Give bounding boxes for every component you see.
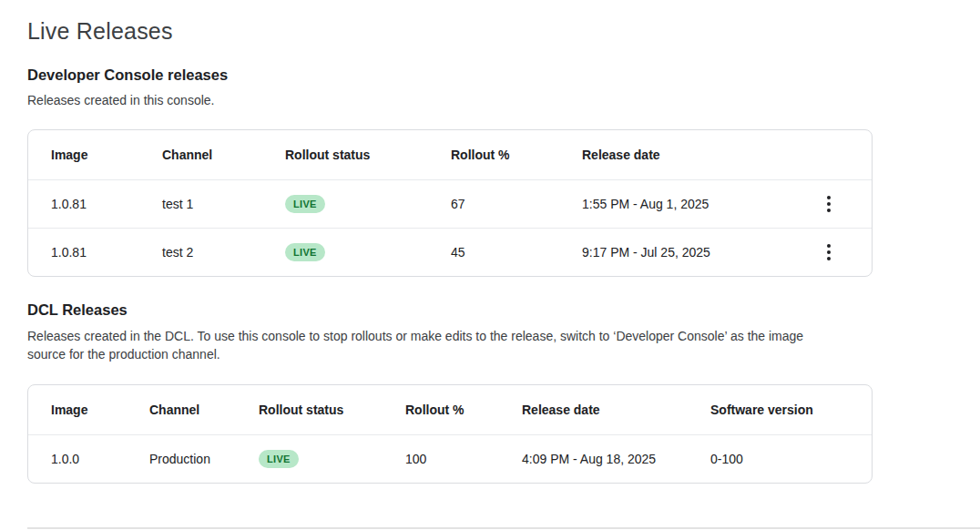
image-cell: 1.0.81	[28, 197, 162, 211]
actions-cell	[818, 241, 872, 263]
kebab-menu-icon[interactable]	[818, 193, 840, 215]
image-cell: 1.0.0	[28, 452, 149, 466]
release-date-cell: 4:09 PM - Aug 18, 2025	[522, 452, 710, 466]
rollout-pct-cell: 100	[405, 452, 522, 466]
column-header-channel: Channel	[162, 148, 285, 162]
column-header-rollout-pct: Rollout %	[451, 148, 582, 162]
kebab-menu-icon[interactable]	[818, 241, 840, 263]
column-header-channel: Channel	[149, 403, 259, 417]
page-title: Live Releases	[27, 16, 953, 46]
release-date-cell: 9:17 PM - Jul 25, 2025	[582, 245, 818, 260]
rollout-status-cell: LIVE	[285, 195, 451, 213]
developer-console-section-heading: Developer Console releases	[27, 66, 953, 84]
dcl-section-description: Releases created in the DCL. To use this…	[27, 327, 836, 363]
column-header-image: Image	[28, 148, 162, 162]
column-header-image: Image	[28, 403, 149, 417]
column-header-rollout-pct: Rollout %	[405, 403, 522, 417]
table-row: 1.0.0 Production LIVE 100 4:09 PM - Aug …	[28, 434, 872, 483]
column-header-rollout-status: Rollout status	[259, 403, 405, 417]
rollout-pct-cell: 45	[451, 245, 582, 260]
live-releases-page: Live Releases Developer Console releases…	[0, 0, 980, 484]
software-version-cell: 0-100	[710, 452, 872, 466]
table-header-row: Image Channel Rollout status Rollout % R…	[28, 385, 872, 434]
column-header-release-date: Release date	[582, 148, 818, 162]
live-status-badge: LIVE	[259, 450, 299, 468]
channel-cell: test 1	[162, 197, 285, 211]
release-date-cell: 1:55 PM - Aug 1, 2025	[582, 197, 818, 211]
rollout-status-cell: LIVE	[259, 450, 405, 468]
table-row: 1.0.81 test 1 LIVE 67 1:55 PM - Aug 1, 2…	[28, 179, 872, 228]
rollout-status-cell: LIVE	[285, 243, 451, 261]
table-header-row: Image Channel Rollout status Rollout % R…	[28, 130, 872, 179]
channel-cell: Production	[149, 452, 259, 466]
column-header-software-version: Software version	[710, 403, 872, 417]
image-cell: 1.0.81	[28, 245, 162, 260]
developer-console-releases-table: Image Channel Rollout status Rollout % R…	[27, 129, 873, 277]
dcl-releases-table: Image Channel Rollout status Rollout % R…	[27, 384, 873, 484]
rollout-pct-cell: 67	[451, 197, 582, 211]
developer-console-section-description: Releases created in this console.	[27, 91, 836, 109]
column-header-release-date: Release date	[522, 403, 710, 417]
column-header-rollout-status: Rollout status	[285, 148, 451, 162]
live-status-badge: LIVE	[285, 243, 325, 261]
actions-cell	[818, 193, 872, 215]
dcl-section-heading: DCL Releases	[27, 301, 953, 319]
table-row: 1.0.81 test 2 LIVE 45 9:17 PM - Jul 25, …	[28, 228, 872, 276]
channel-cell: test 2	[162, 245, 285, 260]
live-status-badge: LIVE	[285, 195, 325, 213]
bottom-divider	[27, 527, 980, 529]
